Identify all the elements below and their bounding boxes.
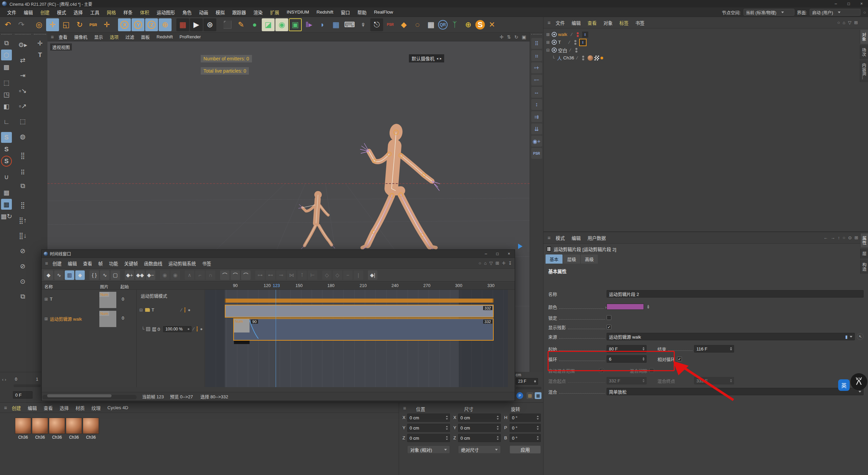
menu-mograph[interactable]: 运动图形	[153, 9, 179, 16]
tangent-b-button[interactable]: ⊷	[266, 270, 275, 280]
model-mode-button[interactable]: ⬡	[1, 50, 12, 60]
blend-start-input[interactable]: 332 F	[607, 377, 647, 384]
array-cubes-button[interactable]: ▣	[289, 18, 302, 31]
menu-tools[interactable]: 工具	[86, 9, 103, 16]
panel-icon[interactable]: ⊞	[854, 20, 858, 25]
maximize-button[interactable]: □	[492, 251, 503, 256]
pen-spline-button[interactable]: ✎	[235, 18, 248, 31]
mat-menu-select[interactable]: 选择	[56, 404, 72, 411]
fracture-button[interactable]: ‖▸	[302, 18, 315, 31]
snap-grid-a-button[interactable]: ▫↘	[14, 83, 31, 98]
track-row-t[interactable]: ⊟ T ⁄ ┇ ●	[139, 307, 191, 312]
delete-key-button[interactable]: ◆−	[146, 270, 155, 280]
hide-b-button[interactable]: ⊘	[14, 259, 31, 273]
workplane-button[interactable]: ▦	[1, 187, 12, 198]
menu-simulate[interactable]: 模拟	[212, 9, 229, 16]
vp-menu-panel[interactable]: 面板	[138, 34, 153, 40]
render-settings-button[interactable]: ⊛	[203, 18, 216, 31]
target-plugin-button[interactable]: ⊕	[462, 18, 475, 31]
object-name[interactable]: T	[558, 40, 561, 45]
xpresso-button[interactable]: ⎋	[370, 18, 383, 31]
hamburger-icon[interactable]: ≡	[402, 405, 408, 411]
maximize-button[interactable]: □	[842, 0, 855, 7]
material-preview[interactable]	[66, 418, 82, 434]
ime-indicator-badge[interactable]: 英	[838, 379, 850, 391]
visibility-dots[interactable]	[582, 56, 584, 60]
mat-menu-create[interactable]: 创建	[8, 404, 24, 411]
source-field[interactable]: 运动剪辑源 walk ▮	[607, 333, 855, 340]
last-tool[interactable]: ✛	[100, 18, 113, 31]
light-button[interactable]: ♀	[357, 18, 370, 31]
dock-icon[interactable]: ↧	[508, 261, 512, 266]
sequence-button[interactable]: ⇉	[531, 111, 542, 122]
tl-menu-fcurves[interactable]: 函数曲线	[141, 260, 165, 267]
mat-menu-texture[interactable]: 纹理	[88, 404, 104, 411]
tab-content-browser[interactable]: 内容浏...	[860, 60, 868, 82]
layer-toggle-icon[interactable]: ⁄	[571, 32, 572, 37]
interp-step-button[interactable]: ⌐	[195, 270, 205, 280]
vp-menu-redshift[interactable]: Redshift	[153, 34, 176, 39]
tree-row-t[interactable]: ⊞ T ⁄ ‖	[544, 38, 849, 46]
menu-file[interactable]: 文件	[3, 9, 20, 16]
play-marker-icon[interactable]	[518, 244, 522, 249]
tl-menu-edit[interactable]: 编辑	[65, 260, 80, 267]
attr-menu-userdata[interactable]: 用户数据	[585, 234, 609, 241]
solo-icon[interactable]: ●	[200, 326, 203, 331]
tl-menu-create[interactable]: 创建	[50, 260, 65, 267]
tangent-e-button[interactable]: ⊺	[297, 270, 307, 280]
menu-volume[interactable]: 体积	[136, 9, 153, 16]
up-icon[interactable]: ↑	[838, 235, 840, 240]
move-preset-button[interactable]: ✛	[35, 38, 45, 49]
tab-basic[interactable]: 基本	[546, 254, 563, 264]
move-tool[interactable]: ✛	[46, 18, 59, 31]
layer-toggle-icon[interactable]: ⁄	[569, 40, 570, 45]
texture-tag-icon[interactable]	[588, 55, 593, 61]
material-item[interactable]: Ch36	[15, 418, 31, 440]
dots-down-button[interactable]: ⣿↓	[14, 228, 31, 243]
fcurve-mode-button[interactable]: ∿	[54, 270, 64, 280]
mat-menu-view[interactable]: 查看	[40, 404, 56, 411]
pos-y-input[interactable]: 0 cm	[407, 424, 450, 432]
signal-plugin-button[interactable]: S	[475, 20, 485, 30]
p-badge-icon[interactable]: P	[516, 392, 523, 399]
om-menu-tags[interactable]: 标签	[616, 19, 632, 26]
remove-child-button[interactable]: ▫−	[531, 75, 542, 86]
material-dot-icon[interactable]	[600, 57, 603, 59]
clip-layer-0[interactable]: Num 90 332	[233, 318, 494, 341]
filter-icon[interactable]: ▽	[489, 261, 493, 266]
om-menu-object[interactable]: 对象	[600, 19, 616, 26]
interp-linear-button[interactable]: ∧	[185, 270, 194, 280]
home-icon[interactable]: ⌂	[484, 261, 487, 266]
lock-b-button[interactable]: ◇	[333, 270, 342, 280]
menu-help[interactable]: 帮助	[354, 9, 370, 16]
size-mode-dropdown[interactable]: 绝对尺寸	[458, 445, 501, 454]
om-menu-file[interactable]: 文件	[553, 19, 568, 26]
spread-h-button[interactable]: ↔	[531, 87, 542, 98]
tab-hierarchy[interactable]: 层级	[563, 254, 580, 264]
collapse-icon[interactable]: ⊟	[139, 308, 143, 312]
attr-menu-mode[interactable]: 模式	[553, 234, 568, 241]
hierarchy-flat-button[interactable]: ⠶	[531, 50, 542, 61]
toggle-view-icon[interactable]: ▣	[522, 34, 526, 40]
search-icon[interactable]: ○	[479, 261, 481, 266]
expand-icon[interactable]: ⊞	[546, 32, 550, 37]
layer-toggle-icon[interactable]: ⁄	[577, 56, 577, 60]
object-name[interactable]: walk	[558, 32, 567, 37]
vp-menu-view[interactable]: 查看	[55, 34, 71, 40]
cube-option-button[interactable]: ⬚	[14, 114, 31, 128]
layer-percent-input[interactable]: 100.00 %	[163, 326, 192, 332]
list-row-t[interactable]: ⊞ T	[44, 297, 53, 302]
add-keys-button[interactable]: ◆◆	[135, 270, 145, 280]
interp-smooth-button[interactable]: ∩	[206, 270, 215, 280]
material-preview[interactable]	[15, 418, 31, 434]
tab-takes[interactable]: 场次	[860, 45, 868, 59]
material-item[interactable]: Ch36	[32, 418, 48, 440]
material-preview[interactable]	[83, 418, 99, 434]
expand-icon[interactable]: ⊞	[44, 317, 48, 321]
nexus-plugin-button[interactable]: ✕	[486, 18, 498, 31]
spread-v-button[interactable]: ↕	[531, 99, 542, 110]
drop-to-floor-button[interactable]: ◆	[397, 18, 410, 31]
ghost-checkbox[interactable]: ✓	[607, 325, 611, 329]
menu-animate[interactable]: 动画	[195, 9, 212, 16]
menu-extensions[interactable]: 扩展	[267, 9, 283, 16]
